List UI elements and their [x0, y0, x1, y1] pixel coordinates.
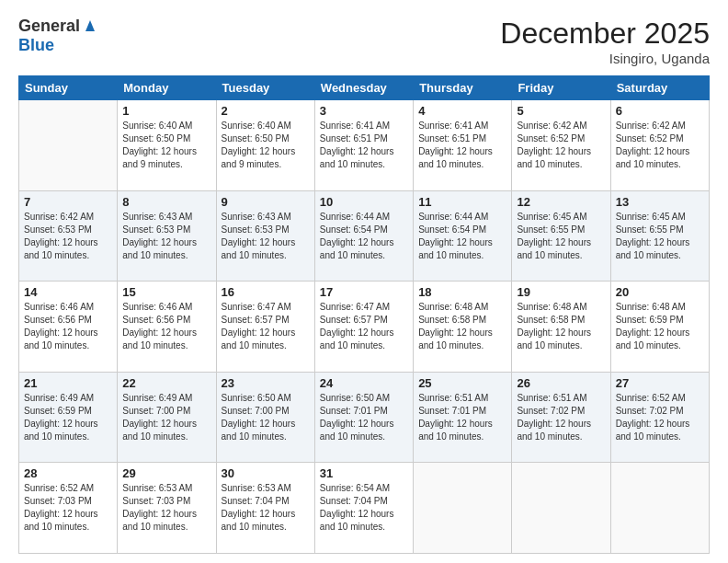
calendar-cell: 5Sunrise: 6:42 AMSunset: 6:52 PMDaylight… [512, 100, 610, 191]
cell-info-text: Sunrise: 6:49 AMSunset: 6:59 PMDaylight:… [24, 392, 112, 443]
cell-info-text: Sunrise: 6:52 AMSunset: 7:02 PMDaylight:… [616, 392, 704, 443]
calendar-cell: 12Sunrise: 6:45 AMSunset: 6:55 PMDayligh… [512, 190, 610, 282]
calendar-cell: 26Sunrise: 6:51 AMSunset: 7:02 PMDayligh… [512, 372, 610, 463]
cell-info-text: Sunrise: 6:53 AMSunset: 7:03 PMDaylight:… [122, 482, 210, 534]
calendar-cell: 21Sunrise: 6:49 AMSunset: 6:59 PMDayligh… [19, 372, 118, 463]
col-header-friday: Friday [512, 76, 610, 100]
cell-day-number: 24 [320, 376, 408, 390]
logo-triangle-icon [82, 17, 98, 33]
cell-day-number: 17 [320, 285, 408, 299]
cell-info-text: Sunrise: 6:51 AMSunset: 7:01 PMDaylight:… [418, 392, 506, 443]
cell-day-number: 21 [24, 376, 112, 390]
cell-day-number: 8 [122, 195, 210, 209]
logo-general: General [18, 17, 80, 36]
calendar-cell: 19Sunrise: 6:48 AMSunset: 6:58 PMDayligh… [512, 282, 610, 373]
cell-info-text: Sunrise: 6:47 AMSunset: 6:57 PMDaylight:… [320, 301, 408, 352]
cell-day-number: 4 [418, 104, 506, 118]
cell-info-text: Sunrise: 6:45 AMSunset: 6:55 PMDaylight:… [517, 211, 605, 262]
cell-info-text: Sunrise: 6:43 AMSunset: 6:53 PMDaylight:… [122, 211, 210, 262]
cell-info-text: Sunrise: 6:50 AMSunset: 7:01 PMDaylight:… [320, 392, 408, 443]
calendar-cell: 6Sunrise: 6:42 AMSunset: 6:52 PMDaylight… [610, 100, 709, 191]
calendar-cell: 29Sunrise: 6:53 AMSunset: 7:03 PMDayligh… [118, 463, 216, 554]
calendar-body: 1Sunrise: 6:40 AMSunset: 6:50 PMDaylight… [19, 100, 710, 554]
calendar-title: December 2025 [500, 17, 710, 51]
cell-day-number: 27 [616, 376, 704, 390]
cell-day-number: 14 [24, 285, 112, 299]
cell-info-text: Sunrise: 6:48 AMSunset: 6:59 PMDaylight:… [616, 301, 704, 352]
cell-day-number: 15 [122, 285, 210, 299]
cell-day-number: 19 [517, 285, 605, 299]
calendar-week-row: 28Sunrise: 6:52 AMSunset: 7:03 PMDayligh… [19, 463, 710, 554]
calendar-cell [414, 463, 512, 554]
svg-marker-0 [85, 20, 95, 31]
calendar-cell: 10Sunrise: 6:44 AMSunset: 6:54 PMDayligh… [314, 190, 413, 282]
col-header-saturday: Saturday [610, 76, 709, 100]
cell-info-text: Sunrise: 6:40 AMSunset: 6:50 PMDaylight:… [122, 120, 210, 171]
page-header: General Blue December 2025 Isingiro, Uga… [18, 17, 710, 66]
calendar-cell: 17Sunrise: 6:47 AMSunset: 6:57 PMDayligh… [314, 282, 413, 373]
logo-blue: Blue [18, 36, 54, 54]
calendar-cell [610, 463, 709, 554]
calendar-cell: 27Sunrise: 6:52 AMSunset: 7:02 PMDayligh… [610, 372, 709, 463]
calendar-cell: 3Sunrise: 6:41 AMSunset: 6:51 PMDaylight… [314, 100, 413, 191]
cell-day-number: 11 [418, 195, 506, 209]
cell-day-number: 7 [24, 195, 112, 209]
calendar-cell: 9Sunrise: 6:43 AMSunset: 6:53 PMDaylight… [216, 190, 314, 282]
calendar-cell [512, 463, 610, 554]
calendar-week-row: 1Sunrise: 6:40 AMSunset: 6:50 PMDaylight… [19, 100, 710, 191]
calendar-header-row: SundayMondayTuesdayWednesdayThursdayFrid… [19, 76, 710, 100]
calendar-cell: 15Sunrise: 6:46 AMSunset: 6:56 PMDayligh… [118, 282, 216, 373]
cell-info-text: Sunrise: 6:41 AMSunset: 6:51 PMDaylight:… [320, 120, 408, 171]
calendar-cell: 7Sunrise: 6:42 AMSunset: 6:53 PMDaylight… [19, 190, 118, 282]
calendar-cell: 11Sunrise: 6:44 AMSunset: 6:54 PMDayligh… [414, 190, 512, 282]
calendar-cell: 8Sunrise: 6:43 AMSunset: 6:53 PMDaylight… [118, 190, 216, 282]
calendar-cell: 28Sunrise: 6:52 AMSunset: 7:03 PMDayligh… [19, 463, 118, 554]
cell-day-number: 10 [320, 195, 408, 209]
cell-day-number: 13 [616, 195, 704, 209]
cell-day-number: 30 [222, 466, 310, 480]
cell-info-text: Sunrise: 6:46 AMSunset: 6:56 PMDaylight:… [24, 301, 112, 352]
calendar-cell: 18Sunrise: 6:48 AMSunset: 6:58 PMDayligh… [414, 282, 512, 373]
cell-day-number: 9 [222, 195, 310, 209]
col-header-wednesday: Wednesday [314, 76, 413, 100]
cell-day-number: 23 [222, 376, 310, 390]
cell-day-number: 20 [616, 285, 704, 299]
cell-info-text: Sunrise: 6:47 AMSunset: 6:57 PMDaylight:… [222, 301, 310, 352]
cell-info-text: Sunrise: 6:44 AMSunset: 6:54 PMDaylight:… [418, 211, 506, 262]
cell-day-number: 12 [517, 195, 605, 209]
cell-day-number: 3 [320, 104, 408, 118]
calendar-subtitle: Isingiro, Uganda [500, 51, 710, 66]
cell-info-text: Sunrise: 6:51 AMSunset: 7:02 PMDaylight:… [517, 392, 605, 443]
calendar-cell: 31Sunrise: 6:54 AMSunset: 7:04 PMDayligh… [314, 463, 413, 554]
cell-day-number: 22 [122, 376, 210, 390]
calendar-cell [19, 100, 118, 191]
cell-info-text: Sunrise: 6:44 AMSunset: 6:54 PMDaylight:… [320, 211, 408, 262]
cell-info-text: Sunrise: 6:52 AMSunset: 7:03 PMDaylight:… [24, 482, 112, 534]
col-header-tuesday: Tuesday [216, 76, 314, 100]
cell-info-text: Sunrise: 6:43 AMSunset: 6:53 PMDaylight:… [222, 211, 310, 262]
cell-info-text: Sunrise: 6:49 AMSunset: 7:00 PMDaylight:… [122, 392, 210, 443]
cell-info-text: Sunrise: 6:54 AMSunset: 7:04 PMDaylight:… [320, 482, 408, 534]
calendar-cell: 4Sunrise: 6:41 AMSunset: 6:51 PMDaylight… [414, 100, 512, 191]
calendar-week-row: 7Sunrise: 6:42 AMSunset: 6:53 PMDaylight… [19, 190, 710, 282]
title-section: December 2025 Isingiro, Uganda [500, 17, 710, 66]
calendar-cell: 24Sunrise: 6:50 AMSunset: 7:01 PMDayligh… [314, 372, 413, 463]
cell-info-text: Sunrise: 6:53 AMSunset: 7:04 PMDaylight:… [222, 482, 310, 534]
cell-day-number: 16 [222, 285, 310, 299]
calendar-table: SundayMondayTuesdayWednesdayThursdayFrid… [18, 75, 710, 554]
cell-day-number: 1 [122, 104, 210, 118]
cell-day-number: 2 [222, 104, 310, 118]
cell-info-text: Sunrise: 6:48 AMSunset: 6:58 PMDaylight:… [517, 301, 605, 352]
cell-info-text: Sunrise: 6:42 AMSunset: 6:53 PMDaylight:… [24, 211, 112, 262]
logo: General Blue [18, 17, 98, 55]
calendar-cell: 25Sunrise: 6:51 AMSunset: 7:01 PMDayligh… [414, 372, 512, 463]
calendar-cell: 16Sunrise: 6:47 AMSunset: 6:57 PMDayligh… [216, 282, 314, 373]
col-header-sunday: Sunday [19, 76, 118, 100]
cell-day-number: 29 [122, 466, 210, 480]
calendar-cell: 23Sunrise: 6:50 AMSunset: 7:00 PMDayligh… [216, 372, 314, 463]
calendar-week-row: 14Sunrise: 6:46 AMSunset: 6:56 PMDayligh… [19, 282, 710, 373]
cell-day-number: 26 [517, 376, 605, 390]
calendar-week-row: 21Sunrise: 6:49 AMSunset: 6:59 PMDayligh… [19, 372, 710, 463]
calendar-cell: 22Sunrise: 6:49 AMSunset: 7:00 PMDayligh… [118, 372, 216, 463]
calendar-cell: 14Sunrise: 6:46 AMSunset: 6:56 PMDayligh… [19, 282, 118, 373]
